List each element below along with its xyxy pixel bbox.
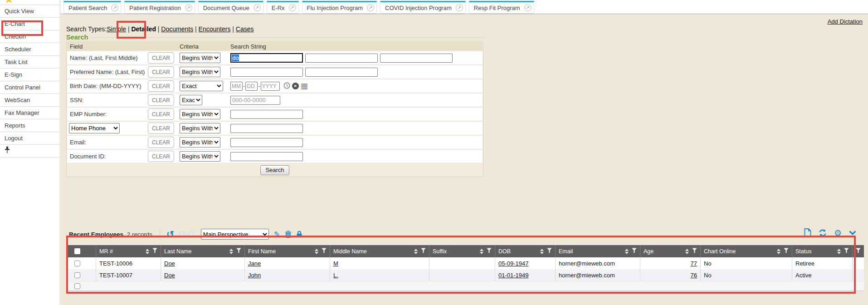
birth-day-input[interactable] (245, 82, 258, 91)
email-input[interactable] (230, 138, 303, 147)
emp-number-input[interactable] (230, 110, 303, 119)
email-criteria-select[interactable]: Begins With (180, 137, 220, 148)
grid-column-header[interactable]: DOB (495, 245, 556, 257)
filter-funnel-icon[interactable] (856, 248, 861, 255)
sidebar-item[interactable]: Checkin (0, 30, 60, 43)
external-link-icon[interactable]: ↗ (111, 4, 118, 11)
external-link-icon[interactable]: ↗ (456, 4, 463, 11)
sort-icon[interactable] (146, 249, 149, 254)
sidebar-item[interactable]: Task List (0, 56, 60, 69)
clock-icon[interactable] (283, 82, 290, 90)
grid-column-header[interactable]: Chart Online (701, 245, 792, 257)
sort-icon[interactable] (540, 249, 544, 254)
clear-button[interactable]: CLEAR (148, 108, 174, 120)
sidebar-item[interactable]: Control Panel (0, 81, 60, 94)
external-link-icon[interactable]: ↗ (254, 4, 261, 11)
preferred-criteria-select[interactable]: Begins With (180, 67, 220, 77)
sidebar-item[interactable]: Scheduler (0, 43, 60, 56)
cell-age[interactable]: 77 (640, 257, 701, 269)
document-id-input[interactable] (230, 152, 303, 161)
filter-funnel-icon[interactable] (487, 248, 492, 255)
clear-button[interactable]: CLEAR (148, 151, 174, 162)
refresh-icon[interactable] (819, 229, 827, 237)
sidebar-item[interactable]: WebScan (0, 94, 60, 107)
cell-dob[interactable]: 01-01-1949 (495, 269, 556, 281)
table-row[interactable]: TEST-10006 Doe Jane M 05-09-1947 horner@… (68, 257, 864, 269)
app-tab[interactable]: Flu Injection Program ↗ (302, 1, 377, 14)
ssn-criteria-select[interactable]: Exact (180, 95, 202, 105)
sort-icon[interactable] (685, 249, 689, 254)
filter-funnel-icon[interactable] (421, 248, 426, 255)
birth-criteria-select[interactable]: Exact (180, 81, 223, 91)
cell-middle-name[interactable]: L. (330, 269, 429, 281)
clear-button[interactable]: CLEAR (148, 123, 174, 134)
sidebar-item[interactable]: Reports (0, 119, 60, 132)
birth-year-input[interactable] (261, 82, 280, 91)
grid-column-header[interactable]: Email (556, 245, 640, 257)
app-tab[interactable]: Patient Search ↗ (63, 1, 121, 14)
phone-type-select[interactable]: Home Phone (69, 123, 120, 133)
sidebar-item[interactable]: Quick View (0, 5, 60, 18)
undo-icon[interactable]: ↺ (166, 230, 174, 239)
grid-column-header[interactable]: Suffix (429, 245, 495, 257)
sort-icon[interactable] (229, 249, 233, 254)
filter-funnel-icon[interactable] (844, 248, 849, 255)
sort-icon[interactable] (315, 249, 318, 254)
clear-date-icon[interactable]: × (292, 83, 299, 89)
lock-icon[interactable] (296, 231, 302, 238)
filter-funnel-icon[interactable] (236, 248, 241, 255)
filter-funnel-icon[interactable] (322, 248, 327, 255)
perspective-select[interactable]: Main Perspective (201, 229, 269, 240)
sidebar-item[interactable]: E-Sign (0, 69, 60, 81)
edit-pencil-icon[interactable]: ✎ (274, 231, 280, 238)
sort-icon[interactable] (625, 249, 629, 254)
row-checkbox[interactable] (74, 261, 80, 266)
trash-icon[interactable] (285, 231, 291, 238)
cell-first-name[interactable]: Jane (245, 257, 330, 269)
cell-last-name[interactable]: Doe (161, 269, 245, 281)
cell-dob[interactable]: 05-09-1947 (495, 257, 556, 269)
app-tab[interactable]: E-Rx ↗ (267, 1, 299, 14)
sidebar-pin-item[interactable] (0, 145, 60, 157)
chevron-down-icon[interactable] (849, 231, 856, 236)
select-all-checkbox[interactable] (74, 248, 80, 254)
clear-button[interactable]: CLEAR (148, 94, 174, 106)
grid-column-header[interactable]: Middle Name (330, 245, 429, 257)
clear-button[interactable]: CLEAR (148, 137, 174, 148)
clear-button[interactable]: CLEAR (148, 52, 174, 64)
clear-button[interactable]: CLEAR (148, 66, 174, 78)
external-link-icon[interactable]: ↗ (289, 4, 296, 11)
sidebar-item[interactable]: Logout (0, 132, 60, 145)
external-link-icon[interactable]: ↗ (367, 4, 374, 11)
docid-criteria-select[interactable]: Begins With (180, 151, 220, 162)
search-type-cases[interactable]: Cases (236, 25, 254, 33)
grid-column-header[interactable]: First Name (245, 245, 330, 257)
grid-column-header[interactable]: Age (640, 245, 701, 257)
search-button[interactable]: Search (260, 165, 289, 175)
sort-icon[interactable] (777, 249, 780, 254)
app-tab[interactable]: COVID Injection Program ↗ (380, 1, 466, 14)
grid-column-header[interactable]: MR # (96, 245, 161, 257)
filter-funnel-icon[interactable] (632, 248, 637, 255)
sort-icon[interactable] (414, 249, 418, 254)
grid-filter-cell[interactable] (853, 245, 864, 257)
ssn-input[interactable] (230, 96, 280, 105)
cell-age[interactable]: 76 (640, 269, 701, 281)
sort-icon[interactable] (480, 249, 483, 254)
name-last-input[interactable]: do (230, 53, 303, 63)
table-row[interactable]: TEST-10007 Doe John L. 01-01-1949 horner… (68, 269, 864, 281)
clear-button[interactable]: CLEAR (148, 80, 174, 92)
preferred-first-input[interactable] (305, 68, 378, 77)
grid-column-header[interactable]: Last Name (161, 245, 245, 257)
search-type-encounters[interactable]: Encounters (199, 25, 231, 33)
preferred-last-input[interactable] (230, 68, 303, 77)
filter-funnel-icon[interactable] (692, 248, 697, 255)
filter-funnel-icon[interactable] (152, 248, 157, 255)
new-document-icon[interactable] (804, 228, 811, 237)
phone-criteria-select[interactable]: Begins With (180, 123, 220, 133)
filter-funnel-icon[interactable] (547, 248, 552, 255)
grid-column-header[interactable]: Status (792, 245, 853, 257)
cell-middle-name[interactable]: M (330, 257, 429, 269)
sidebar-item[interactable]: Fax Manager (0, 107, 60, 119)
sort-icon[interactable] (837, 249, 841, 254)
